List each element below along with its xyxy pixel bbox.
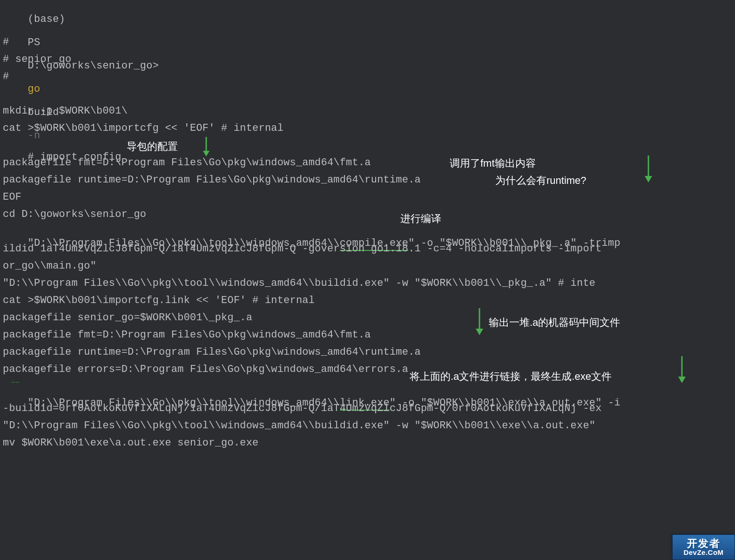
- annotation-import-config: 导包的配置: [127, 140, 178, 154]
- output-line: -buildid=0rf0AotkoKuVfIXALqNj/1aT4UmzVqZ…: [3, 403, 602, 414]
- output-line: cat >$WORK\b001\importcfg << 'EOF' # int…: [3, 122, 283, 134]
- arrow-down-icon: [200, 136, 212, 157]
- output-line: ildid 1aT4UmzVqZlcJ8fGpm-Q/1aT4UmzVqZlcJ…: [3, 243, 602, 255]
- output-line: mkdir -p $WORK\b001\: [3, 105, 128, 117]
- output-line: #: [3, 71, 9, 82]
- output-line: or_go\\main.go": [3, 260, 96, 272]
- svg-marker-5: [476, 329, 483, 335]
- annotation-link-desc: 将上面的.a文件进行链接，最终生成.exe文件: [410, 370, 612, 384]
- svg-marker-1: [203, 151, 209, 156]
- output-line: #: [3, 36, 9, 48]
- terminal-output: (base) PS D:\goworks\senior_go> go build…: [0, 0, 735, 560]
- output-line: packagefile senior_go=$WORK\b001\_pkg_.a: [3, 312, 252, 324]
- output-line: packagefile errors=D:\Program Files\Go\p…: [3, 364, 408, 375]
- arrow-down-icon: [641, 155, 655, 183]
- go-command: go: [28, 83, 40, 95]
- output-line: EOF: [3, 191, 21, 203]
- output-line: "D:\\Program Files\\Go\\pkg\\tool\\windo…: [3, 277, 595, 289]
- svg-marker-3: [645, 176, 652, 182]
- arrow-down-icon: [675, 355, 689, 384]
- output-line: "D:\\Program Files\\Go\\pkg\\tool\\windo…: [3, 420, 595, 432]
- output-line: packagefile fmt=D:\Program Files\Go\pkg\…: [3, 329, 371, 341]
- annotation-why-runtime: 为什么会有runtime?: [495, 174, 587, 188]
- shell-tag: PS: [28, 37, 40, 48]
- watermark-bottom: DevZe.CoM: [683, 549, 723, 556]
- env-tag: (base): [28, 13, 65, 25]
- output-line: cd D:\goworks\senior_go: [3, 209, 146, 220]
- output-line: # senior_go: [3, 54, 71, 65]
- annotation-a-files: 输出一堆.a的机器码中间文件: [489, 316, 620, 330]
- watermark: 开发者 DevZe.CoM: [672, 534, 735, 560]
- output-line: mv $WORK\b001\exe\a.out.exe senior_go.ex…: [3, 437, 259, 449]
- output-line: cat >$WORK\b001\importcfg.link << 'EOF' …: [3, 295, 315, 306]
- output-line: packagefile runtime=D:\Program Files\Go\…: [3, 174, 421, 186]
- output-line: packagefile runtime=D:\Program Files\Go\…: [3, 346, 421, 358]
- annotation-do-compile: 进行编译: [400, 212, 441, 226]
- arrow-down-icon: [472, 307, 486, 336]
- annotation-fmt-call: 调用了fmt输出内容: [450, 156, 536, 170]
- output-line: packagefile fmt=D:\Program Files\Go\pkg\…: [3, 157, 371, 169]
- ellipsis: ……: [11, 377, 20, 385]
- svg-marker-7: [678, 377, 686, 383]
- watermark-top: 开发者: [687, 538, 721, 549]
